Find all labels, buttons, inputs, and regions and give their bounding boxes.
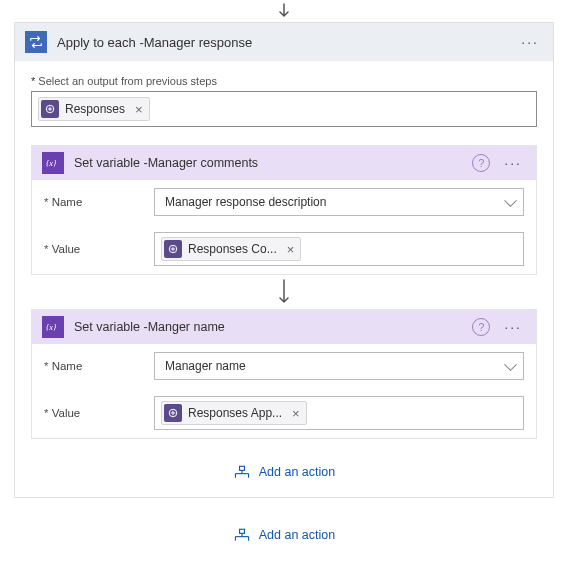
token-label: Responses Co... (188, 242, 277, 256)
arrow-between-cards (31, 275, 537, 309)
row-label: Name (44, 360, 144, 372)
connector-icon (164, 404, 182, 422)
header-menu-button[interactable]: ··· (517, 34, 543, 50)
output-label: Select an output from previous steps (31, 75, 537, 87)
apply-to-each-title: Apply to each -Manager response (57, 35, 517, 50)
row-label: Name (44, 196, 144, 208)
connector-icon (41, 100, 59, 118)
help-icon[interactable]: ? (472, 154, 490, 172)
set-variable-header-1[interactable]: {x} Set variable -Manager comments ? ··· (32, 146, 536, 180)
row-label: Value (44, 243, 144, 255)
row-value: Value Responses Co... × (32, 224, 536, 274)
card-menu-button[interactable]: ··· (500, 319, 526, 335)
add-action-outer[interactable]: Add an action (0, 528, 568, 542)
name-select[interactable]: Manager response description (154, 188, 524, 216)
add-action-label: Add an action (259, 465, 335, 479)
add-action-label: Add an action (259, 528, 335, 542)
output-token[interactable]: Responses × (38, 97, 150, 121)
arrow-into-loop (0, 0, 568, 22)
card-menu-button[interactable]: ··· (500, 155, 526, 171)
row-name: Name Manager response description (32, 180, 536, 224)
svg-text:{x}: {x} (46, 323, 57, 332)
value-token[interactable]: Responses App... × (161, 401, 307, 425)
svg-rect-6 (239, 529, 244, 533)
outer-card-body: Select an output from previous steps Res… (15, 61, 553, 497)
apply-to-each-header[interactable]: Apply to each -Manager response ··· (15, 23, 553, 61)
row-value: Value Responses App... × (32, 388, 536, 438)
row-name: Name Manager name (32, 344, 536, 388)
value-field[interactable]: Responses App... × (154, 396, 524, 430)
token-label: Responses (65, 102, 125, 116)
loop-icon (25, 31, 47, 53)
value-token[interactable]: Responses Co... × (161, 237, 301, 261)
token-remove-button[interactable]: × (135, 102, 143, 117)
connector-icon (164, 240, 182, 258)
value-field[interactable]: Responses Co... × (154, 232, 524, 266)
card-title: Set variable -Manger name (74, 320, 472, 334)
output-field[interactable]: Responses × (31, 91, 537, 127)
apply-to-each-card: Apply to each -Manager response ··· Sele… (14, 22, 554, 498)
add-action-inner[interactable]: Add an action (31, 465, 537, 479)
set-variable-card-1: {x} Set variable -Manager comments ? ···… (31, 145, 537, 275)
help-icon[interactable]: ? (472, 318, 490, 336)
token-remove-button[interactable]: × (292, 406, 300, 421)
svg-rect-5 (239, 466, 244, 470)
set-variable-card-2: {x} Set variable -Manger name ? ··· Name… (31, 309, 537, 439)
token-label: Responses App... (188, 406, 282, 420)
variable-icon: {x} (42, 316, 64, 338)
card-title: Set variable -Manager comments (74, 156, 472, 170)
token-remove-button[interactable]: × (287, 242, 295, 257)
row-label: Value (44, 407, 144, 419)
name-select[interactable]: Manager name (154, 352, 524, 380)
variable-icon: {x} (42, 152, 64, 174)
set-variable-header-2[interactable]: {x} Set variable -Manger name ? ··· (32, 310, 536, 344)
svg-text:{x}: {x} (46, 159, 57, 168)
